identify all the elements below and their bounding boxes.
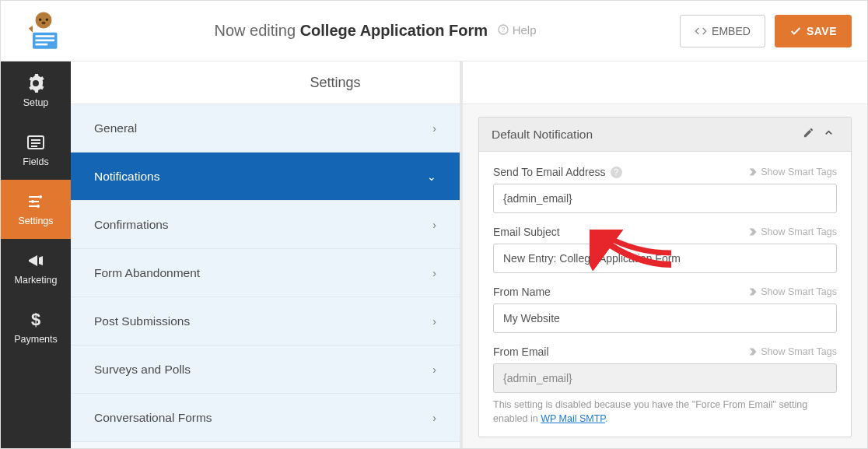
svg-point-0: [36, 12, 52, 28]
svg-text:$: $: [31, 310, 40, 329]
show-smart-tags[interactable]: Show Smart Tags: [748, 346, 837, 357]
card-header: Default Notification: [479, 118, 851, 152]
svg-point-15: [31, 200, 34, 203]
svg-point-1: [39, 18, 42, 21]
svg-text:?: ?: [501, 26, 505, 33]
save-button[interactable]: SAVE: [775, 15, 852, 47]
top-bar: Now editing College Application Form ? H…: [1, 1, 867, 61]
help-icon[interactable]: ?: [611, 167, 622, 178]
help-link[interactable]: ? Help: [497, 23, 537, 37]
show-smart-tags[interactable]: Show Smart Tags: [748, 226, 837, 237]
submenu-general[interactable]: General›: [71, 104, 460, 153]
submenu-form-abandonment[interactable]: Form Abandonment›: [71, 249, 460, 297]
main-content: Default Notification Send To Email Addre…: [460, 61, 867, 448]
from-name-label: From Name: [493, 286, 551, 298]
chevron-right-icon: ›: [432, 219, 436, 231]
collapse-icon[interactable]: [818, 127, 838, 142]
field-from-email: From Email Show Smart Tags This setting …: [493, 346, 837, 426]
submenu-conversational-forms[interactable]: Conversational Forms›: [71, 394, 460, 442]
submenu-post-submissions[interactable]: Post Submissions›: [71, 297, 460, 346]
field-from-name: From Name Show Smart Tags: [493, 286, 837, 333]
submenu-surveys-polls[interactable]: Surveys and Polls›: [71, 346, 460, 394]
submenu-notifications[interactable]: Notifications⌄: [71, 153, 460, 201]
chevron-right-icon: ›: [432, 315, 436, 328]
svg-point-16: [37, 205, 40, 208]
wpforms-logo: [16, 7, 71, 55]
subject-label: Email Subject: [493, 226, 560, 238]
show-smart-tags[interactable]: Show Smart Tags: [748, 167, 837, 177]
send-to-input[interactable]: [493, 184, 837, 213]
chevron-right-icon: ›: [432, 412, 436, 424]
nav-marketing[interactable]: Marketing: [1, 239, 71, 298]
chevron-down-icon: ⌄: [427, 170, 436, 183]
from-name-input[interactable]: [493, 303, 837, 333]
subject-input[interactable]: [493, 244, 837, 273]
from-email-input: [493, 363, 837, 393]
svg-point-14: [39, 195, 42, 198]
svg-point-3: [41, 21, 45, 24]
from-email-note: This setting is disabled because you hav…: [493, 398, 837, 426]
nav-payments[interactable]: $ Payments: [1, 298, 71, 357]
field-send-to: Send To Email Address? Show Smart Tags: [493, 166, 837, 213]
nav-setup[interactable]: Setup: [1, 61, 71, 121]
nav-settings[interactable]: Settings: [1, 180, 71, 239]
chevron-right-icon: ›: [432, 267, 436, 279]
embed-button[interactable]: EMBED: [680, 15, 765, 47]
wp-mail-smtp-link[interactable]: WP Mail SMTP: [541, 413, 605, 424]
send-to-label: Send To Email Address?: [493, 166, 622, 178]
chevron-right-icon: ›: [432, 122, 436, 135]
field-email-subject: Email Subject Show Smart Tags: [493, 226, 837, 273]
settings-submenu: Settings General› Notifications⌄ Confirm…: [71, 61, 460, 448]
svg-point-2: [46, 18, 49, 21]
svg-rect-6: [36, 39, 55, 41]
edit-icon[interactable]: [798, 127, 818, 142]
from-email-label: From Email: [493, 346, 549, 358]
show-smart-tags[interactable]: Show Smart Tags: [748, 286, 837, 297]
svg-rect-7: [36, 43, 48, 45]
settings-heading: Settings: [71, 61, 460, 104]
page-title: Now editing College Application Form ? H…: [80, 22, 670, 40]
left-iconbar: Setup Fields Settings Marketing $ Paymen…: [1, 61, 71, 448]
nav-fields[interactable]: Fields: [1, 121, 71, 180]
chevron-right-icon: ›: [432, 363, 436, 376]
svg-rect-5: [36, 35, 55, 37]
submenu-confirmations[interactable]: Confirmations›: [71, 201, 460, 249]
notification-card: Default Notification Send To Email Addre…: [478, 117, 852, 437]
